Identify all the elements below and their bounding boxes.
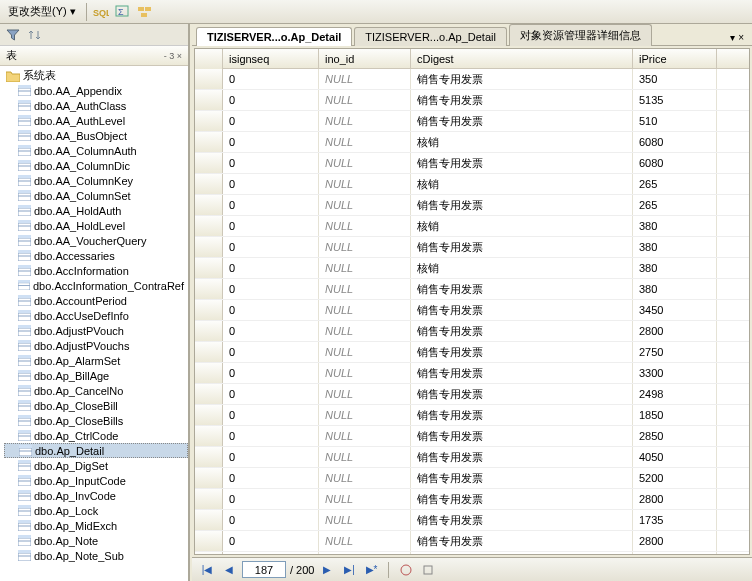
tree-item[interactable]: dbo.AA_ColumnKey bbox=[4, 173, 188, 188]
column-header[interactable]: cDigest bbox=[411, 49, 633, 69]
table-row[interactable]: 0NULL销售专用发票5135 bbox=[195, 90, 749, 111]
table-row[interactable]: 0NULL销售专用发票2800 bbox=[195, 321, 749, 342]
cell[interactable]: 0 bbox=[223, 69, 319, 89]
pager-stop[interactable] bbox=[397, 561, 415, 579]
tree-item[interactable]: dbo.AA_Appendix bbox=[4, 83, 188, 98]
row-selector[interactable] bbox=[195, 195, 223, 215]
table-row[interactable]: 0NULL销售专用发票2750 bbox=[195, 342, 749, 363]
cell[interactable]: 0 bbox=[223, 132, 319, 152]
cell[interactable]: 0 bbox=[223, 342, 319, 362]
cell[interactable]: 380 bbox=[633, 237, 717, 257]
cell[interactable]: 3450 bbox=[633, 300, 717, 320]
row-selector[interactable] bbox=[195, 321, 223, 341]
cell[interactable]: 265 bbox=[633, 174, 717, 194]
row-selector[interactable] bbox=[195, 132, 223, 152]
cell[interactable]: 0 bbox=[223, 111, 319, 131]
cell[interactable]: 1850 bbox=[633, 405, 717, 425]
cell[interactable]: 销售专用发票 bbox=[411, 510, 633, 530]
table-row[interactable]: 0NULL核销265 bbox=[195, 174, 749, 195]
cell[interactable]: NULL bbox=[319, 132, 411, 152]
cell[interactable]: 2850 bbox=[633, 426, 717, 446]
tree-item[interactable]: dbo.AA_AuthClass bbox=[4, 98, 188, 113]
table-row[interactable]: 0NULL销售专用发票3300 bbox=[195, 363, 749, 384]
cell[interactable]: NULL bbox=[319, 447, 411, 467]
cell[interactable]: 6080 bbox=[633, 153, 717, 173]
table-row[interactable]: 0NULL核销380 bbox=[195, 258, 749, 279]
cell[interactable]: 销售专用发票 bbox=[411, 426, 633, 446]
tree-item[interactable]: dbo.AA_BusObject bbox=[4, 128, 188, 143]
cell[interactable]: 销售专用发票 bbox=[411, 531, 633, 551]
cell[interactable]: NULL bbox=[319, 468, 411, 488]
row-selector[interactable] bbox=[195, 216, 223, 236]
cell[interactable]: 1735 bbox=[633, 510, 717, 530]
cell[interactable]: 销售专用发票 bbox=[411, 153, 633, 173]
cell[interactable]: 0 bbox=[223, 384, 319, 404]
cell[interactable]: NULL bbox=[319, 552, 411, 554]
cell[interactable]: 销售专用发票 bbox=[411, 111, 633, 131]
table-row[interactable]: 0NULL销售专用发票265 bbox=[195, 195, 749, 216]
cell[interactable]: 核销 bbox=[411, 132, 633, 152]
cell[interactable]: 350 bbox=[633, 69, 717, 89]
tree-item[interactable]: dbo.Ap_DigSet bbox=[4, 458, 188, 473]
cell[interactable]: 510 bbox=[633, 111, 717, 131]
row-selector[interactable] bbox=[195, 279, 223, 299]
tab[interactable]: TIZISERVER...o.Ap_Detail bbox=[354, 27, 507, 46]
tree-item[interactable]: dbo.Ap_Detail bbox=[4, 443, 188, 458]
cell[interactable]: 5200 bbox=[633, 468, 717, 488]
cell[interactable]: NULL bbox=[319, 531, 411, 551]
cell[interactable]: NULL bbox=[319, 153, 411, 173]
table-row[interactable]: 0NULL销售专用发票6080 bbox=[195, 153, 749, 174]
cell[interactable]: 0 bbox=[223, 90, 319, 110]
cell[interactable]: NULL bbox=[319, 363, 411, 383]
cell[interactable]: 销售专用发票 bbox=[411, 384, 633, 404]
row-selector[interactable] bbox=[195, 405, 223, 425]
row-selector[interactable] bbox=[195, 510, 223, 530]
group-icon[interactable] bbox=[137, 4, 153, 20]
tree-item[interactable]: dbo.Ap_CloseBill bbox=[4, 398, 188, 413]
table-row[interactable]: 0NULL销售专用发票380 bbox=[195, 237, 749, 258]
cell[interactable]: 销售专用发票 bbox=[411, 195, 633, 215]
cell[interactable]: 核销 bbox=[411, 216, 633, 236]
table-row[interactable]: 0NULL销售专用发票2800 bbox=[195, 489, 749, 510]
cell[interactable]: 销售专用发票 bbox=[411, 90, 633, 110]
cell[interactable]: NULL bbox=[319, 279, 411, 299]
cell[interactable]: 0 bbox=[223, 300, 319, 320]
cell[interactable]: NULL bbox=[319, 300, 411, 320]
row-selector[interactable] bbox=[195, 153, 223, 173]
cell[interactable]: 2800 bbox=[633, 321, 717, 341]
pager-current-input[interactable] bbox=[242, 561, 286, 578]
cell[interactable]: 0 bbox=[223, 426, 319, 446]
pager-new[interactable]: ▶* bbox=[362, 561, 380, 579]
tree-item[interactable]: dbo.Ap_Lock bbox=[4, 503, 188, 518]
cell[interactable]: 0 bbox=[223, 174, 319, 194]
cell[interactable]: 0 bbox=[223, 552, 319, 554]
tree-item[interactable]: dbo.Ap_Note bbox=[4, 533, 188, 548]
cell[interactable]: NULL bbox=[319, 258, 411, 278]
table-row[interactable]: 0NULL销售专用发票5200 bbox=[195, 468, 749, 489]
change-type-menu[interactable]: 更改类型(Y) ▾ bbox=[4, 2, 80, 21]
row-selector[interactable] bbox=[195, 342, 223, 362]
row-selector[interactable] bbox=[195, 447, 223, 467]
cell[interactable]: 销售专用发票 bbox=[411, 447, 633, 467]
tree-item[interactable]: dbo.AdjustPVouch bbox=[4, 323, 188, 338]
tree-item[interactable]: dbo.AccInformation_ContraRef bbox=[4, 278, 188, 293]
cell[interactable]: 3300 bbox=[633, 363, 717, 383]
cell[interactable]: 0 bbox=[223, 153, 319, 173]
column-header[interactable]: iPrice bbox=[633, 49, 717, 69]
cell[interactable]: 0 bbox=[223, 510, 319, 530]
grid-sigma-icon[interactable]: Σ bbox=[115, 4, 131, 20]
cell[interactable]: 销售专用发票 bbox=[411, 279, 633, 299]
cell[interactable]: NULL bbox=[319, 426, 411, 446]
cell[interactable]: 销售专用发票 bbox=[411, 237, 633, 257]
tabstrip-menu[interactable]: ▾ × bbox=[726, 30, 748, 45]
table-row[interactable]: 0NULL销售专用发票2850 bbox=[195, 426, 749, 447]
cell[interactable]: 0 bbox=[223, 405, 319, 425]
cell[interactable]: 销售专用发票 bbox=[411, 342, 633, 362]
cell[interactable]: 销售专用发票 bbox=[411, 405, 633, 425]
tree-item[interactable]: dbo.Ap_InvCode bbox=[4, 488, 188, 503]
tree-item[interactable]: dbo.AA_AuthLevel bbox=[4, 113, 188, 128]
tree-item[interactable]: dbo.AA_HoldLevel bbox=[4, 218, 188, 233]
cell[interactable]: 0 bbox=[223, 363, 319, 383]
cell[interactable]: 销售专用发票 bbox=[411, 552, 633, 554]
tree-item[interactable]: dbo.Ap_MidExch bbox=[4, 518, 188, 533]
